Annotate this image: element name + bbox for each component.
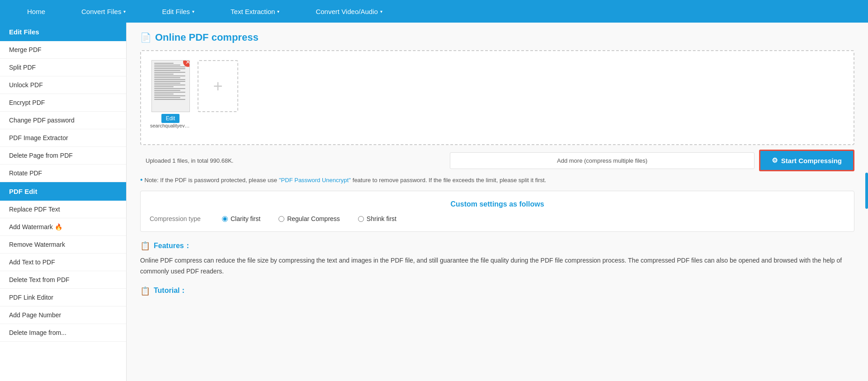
clarity-first-label: Clarity first (231, 215, 260, 222)
sidebar-section-pdf-edit: PDF Edit (0, 182, 126, 201)
preview-line (154, 63, 174, 64)
compression-type-label: Compression type (150, 215, 204, 222)
edit-files-section-label: Edit Files (9, 28, 39, 36)
upload-info: Uploaded 1 files, in total 990.68K. (140, 154, 445, 168)
preview-line (154, 70, 180, 71)
clarity-first-radio[interactable] (222, 216, 228, 222)
pdf-password-link[interactable]: "PDF Password Unencrypt" (279, 177, 351, 183)
regular-compress-label: Regular Compress (287, 215, 340, 222)
nav-convert-video-audio-label: Convert Video/Audio (316, 8, 377, 15)
shrink-first-radio[interactable] (358, 216, 364, 222)
sidebar-item-unlock-pdf[interactable]: Unlock PDF (0, 76, 126, 94)
preview-line (154, 75, 185, 76)
preview-line (154, 86, 174, 87)
sidebar-item-rotate-pdf[interactable]: Rotate PDF (0, 165, 126, 182)
sidebar-item-add-page-number[interactable]: Add Page Number (0, 306, 126, 324)
page-title: Online PDF compress (155, 32, 259, 43)
features-title-area: 📋 Features： (140, 241, 854, 251)
sidebar-item-encrypt-pdf[interactable]: Encrypt PDF (0, 94, 126, 112)
scrollbar[interactable] (865, 173, 868, 209)
regular-compress-option[interactable]: Regular Compress (278, 215, 340, 222)
shrink-first-label: Shrink first (367, 215, 396, 222)
add-more-thumbnail[interactable]: + (198, 60, 238, 112)
custom-settings-panel: Custom settings as follows Compression t… (140, 191, 854, 232)
start-compress-label: Start Compressing (781, 157, 842, 165)
nav-convert-files-label: Convert Files (81, 8, 121, 15)
file-preview: ✕ (151, 60, 190, 112)
shrink-first-option[interactable]: Shrink first (358, 215, 396, 222)
upload-area: ✕ (140, 50, 854, 145)
sidebar-item-remove-watermark[interactable]: Remove Watermark (0, 236, 126, 254)
preview-line (154, 65, 180, 66)
features-title: Features： (154, 241, 191, 251)
tutorial-title-area: 📋 Tutorial： (140, 286, 854, 296)
compress-icon: ⚙ (772, 156, 778, 165)
top-navigation: Home Convert Files ▾ Edit Files ▾ Text E… (0, 0, 868, 23)
sidebar-item-split-pdf[interactable]: Split PDF (0, 59, 126, 76)
sidebar: Edit Files Merge PDF Split PDF Unlock PD… (0, 23, 127, 381)
sidebar-item-pdf-link-editor[interactable]: PDF Link Editor (0, 289, 126, 306)
preview-line (154, 81, 185, 82)
tutorial-title: Tutorial： (154, 286, 187, 296)
nav-text-extraction-label: Text Extraction (231, 8, 275, 15)
sidebar-item-change-pdf-password[interactable]: Change PDF password (0, 112, 126, 129)
text-extraction-arrow-icon: ▾ (277, 9, 279, 14)
regular-compress-radio[interactable] (278, 216, 284, 222)
add-more-button[interactable]: Add more (compress multiple files) (450, 152, 754, 169)
clarity-first-option[interactable]: Clarity first (222, 215, 260, 222)
note-area: • Note: If the PDF is password protected… (140, 176, 854, 184)
preview-line (154, 72, 185, 73)
nav-convert-video-audio[interactable]: Convert Video/Audio ▾ (297, 0, 400, 23)
file-thumbnail: ✕ (150, 60, 191, 128)
preview-line (154, 97, 180, 98)
preview-line (154, 92, 185, 93)
preview-line (154, 94, 174, 94)
nav-home[interactable]: Home (9, 0, 63, 23)
preview-line (154, 68, 185, 69)
note-prefix: Note: If the PDF is password protected, … (145, 177, 277, 183)
edit-file-button[interactable]: Edit (161, 114, 180, 123)
pdf-edit-section-label: PDF Edit (9, 188, 38, 195)
nav-edit-files[interactable]: Edit Files ▾ (144, 0, 212, 23)
start-compressing-button[interactable]: ⚙ Start Compressing (759, 150, 854, 171)
tutorial-icon: 📋 (140, 286, 150, 296)
sidebar-item-delete-image-from[interactable]: Delete Image from... (0, 324, 126, 342)
preview-line (154, 85, 185, 85)
custom-settings-title: Custom settings as follows (150, 200, 845, 208)
file-name-label: searchqualityevaluatorg... (150, 123, 191, 128)
main-content: 📄 Online PDF compress ✕ (127, 23, 868, 381)
uploaded-files-area: ✕ (150, 60, 844, 128)
convert-video-arrow-icon: ▾ (380, 9, 382, 14)
sidebar-item-merge-pdf[interactable]: Merge PDF (0, 41, 126, 59)
page-title-area: 📄 Online PDF compress (140, 32, 854, 43)
preview-line (154, 79, 185, 80)
tutorial-section: 📋 Tutorial： (140, 286, 854, 296)
fire-icon: 🔥 (55, 223, 62, 230)
sidebar-item-add-text-to-pdf[interactable]: Add Text to PDF (0, 254, 126, 271)
nav-text-extraction[interactable]: Text Extraction ▾ (212, 0, 297, 23)
edit-files-arrow-icon: ▾ (192, 9, 194, 14)
sidebar-item-delete-text-from-pdf[interactable]: Delete Text from PDF (0, 271, 126, 289)
sidebar-section-edit-files: Edit Files (0, 23, 126, 41)
note-suffix: feature to remove password. If the file … (353, 177, 546, 183)
sidebar-item-add-watermark[interactable]: Add Watermark 🔥 (0, 218, 126, 236)
features-icon: 📋 (140, 241, 150, 251)
upload-footer: Uploaded 1 files, in total 990.68K. Add … (140, 150, 854, 171)
preview-line (154, 90, 180, 91)
convert-files-arrow-icon: ▾ (123, 9, 126, 14)
features-section: 📋 Features： Online PDF compress can redu… (140, 241, 854, 277)
nav-convert-files[interactable]: Convert Files ▾ (63, 0, 144, 23)
preview-line (154, 77, 180, 78)
nav-home-label: Home (27, 8, 45, 15)
features-body: Online PDF compress can reduce the file … (140, 255, 854, 277)
pdf-compress-icon: 📄 (140, 32, 151, 43)
sidebar-item-delete-page-from-pdf[interactable]: Delete Page from PDF (0, 147, 126, 165)
sidebar-item-pdf-image-extractor[interactable]: PDF Image Extractor (0, 129, 126, 147)
sidebar-item-replace-pdf-text[interactable]: Replace PDF Text (0, 201, 126, 218)
preview-line (154, 99, 185, 100)
preview-line (154, 74, 174, 75)
page-layout: Edit Files Merge PDF Split PDF Unlock PD… (0, 23, 868, 381)
preview-line (154, 66, 185, 67)
preview-line (154, 88, 185, 89)
note-bullet: • (140, 176, 143, 184)
